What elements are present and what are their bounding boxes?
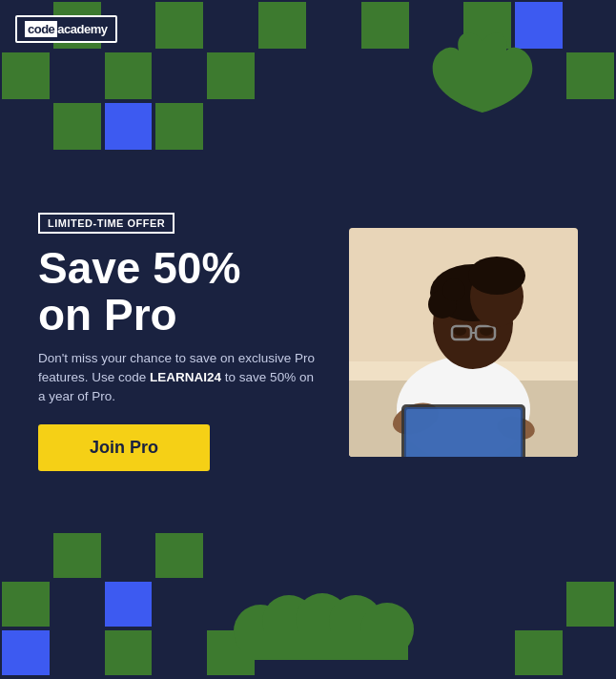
promo-code: LEARNAI24 [150,370,221,384]
logo-academy: academy [57,22,107,36]
headline-line2: on Pro [38,292,330,338]
svg-rect-27 [241,631,408,660]
svg-point-15 [453,326,466,336]
description-text: Don't miss your chance to save on exclus… [38,349,324,407]
person-photo [349,228,578,457]
headline-line1: Save 50% [38,245,330,291]
main-content: LIMITED-TIME OFFER Save 50% on Pro Don't… [0,153,616,531]
decorative-plant-top [406,27,559,122]
svg-point-16 [480,326,493,336]
text-section: LIMITED-TIME OFFER Save 50% on Pro Don't… [38,213,330,470]
logo-wrapper: code academy [15,15,117,43]
svg-point-21 [468,257,525,295]
promo-image [349,228,578,457]
svg-rect-8 [406,409,521,457]
headline: Save 50% on Pro [38,245,330,338]
codecademy-logo: code academy [15,15,117,43]
svg-point-13 [442,278,465,301]
logo-code: code [25,21,57,37]
limited-time-badge: LIMITED-TIME OFFER [38,213,175,234]
decorative-plant-bottom [232,584,422,660]
join-pro-button[interactable]: Join Pro [38,424,210,471]
